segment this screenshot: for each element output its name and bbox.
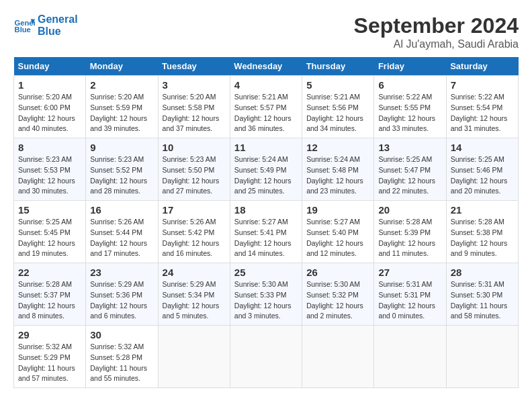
logo-blue: Blue bbox=[38, 26, 61, 37]
calendar-week-row: 15 Sunrise: 5:25 AM Sunset: 5:45 PM Dayl… bbox=[14, 201, 519, 263]
logo-icon: General Blue bbox=[13, 15, 35, 36]
day-number: 3 bbox=[163, 79, 226, 91]
svg-text:Blue: Blue bbox=[15, 26, 31, 34]
sunset-label: Sunset: 5:45 PM bbox=[18, 228, 71, 236]
sunrise-label: Sunrise: 5:29 AM bbox=[90, 280, 144, 288]
calendar-cell: 5 Sunrise: 5:21 AM Sunset: 5:56 PM Dayli… bbox=[302, 76, 374, 138]
day-number: 26 bbox=[306, 267, 369, 278]
calendar-cell: 6 Sunrise: 5:22 AM Sunset: 5:55 PM Dayli… bbox=[374, 76, 446, 138]
sunrise-label: Sunrise: 5:27 AM bbox=[234, 218, 288, 226]
day-number: 18 bbox=[234, 204, 298, 216]
daylight-label: Daylight: 12 hours and 9 minutes. bbox=[451, 239, 508, 258]
day-info: Sunrise: 5:20 AM Sunset: 6:00 PM Dayligh… bbox=[18, 92, 81, 134]
calendar-cell: 23 Sunrise: 5:29 AM Sunset: 5:36 PM Dayl… bbox=[86, 263, 158, 326]
calendar-cell: 14 Sunrise: 5:25 AM Sunset: 5:46 PM Dayl… bbox=[446, 138, 518, 201]
sunset-label: Sunset: 5:46 PM bbox=[451, 166, 503, 174]
page-header: General Blue General Blue September 2024… bbox=[13, 13, 519, 50]
sunset-label: Sunset: 5:53 PM bbox=[18, 166, 71, 174]
calendar-cell: 2 Sunrise: 5:20 AM Sunset: 5:59 PM Dayli… bbox=[86, 76, 158, 138]
calendar-cell: 18 Sunrise: 5:27 AM Sunset: 5:41 PM Dayl… bbox=[230, 201, 302, 263]
day-number: 22 bbox=[18, 267, 81, 278]
calendar-cell: 26 Sunrise: 5:30 AM Sunset: 5:32 PM Dayl… bbox=[302, 263, 374, 326]
daylight-label: Daylight: 12 hours and 2 minutes. bbox=[306, 302, 363, 320]
day-info: Sunrise: 5:32 AM Sunset: 5:29 PM Dayligh… bbox=[18, 342, 81, 384]
daylight-label: Daylight: 12 hours and 0 minutes. bbox=[378, 302, 435, 320]
calendar-cell bbox=[446, 326, 518, 388]
sunrise-label: Sunrise: 5:26 AM bbox=[90, 218, 144, 226]
day-info: Sunrise: 5:29 AM Sunset: 5:34 PM Dayligh… bbox=[163, 279, 226, 322]
sunrise-label: Sunrise: 5:22 AM bbox=[378, 93, 432, 101]
day-info: Sunrise: 5:29 AM Sunset: 5:36 PM Dayligh… bbox=[90, 279, 153, 322]
daylight-label: Daylight: 12 hours and 6 minutes. bbox=[90, 302, 147, 320]
day-number: 27 bbox=[378, 267, 441, 278]
day-info: Sunrise: 5:22 AM Sunset: 5:54 PM Dayligh… bbox=[451, 92, 514, 134]
sunset-label: Sunset: 5:38 PM bbox=[451, 228, 503, 236]
daylight-label: Daylight: 12 hours and 22 minutes. bbox=[378, 177, 435, 195]
calendar-cell: 8 Sunrise: 5:23 AM Sunset: 5:53 PM Dayli… bbox=[14, 138, 86, 201]
day-number: 15 bbox=[18, 204, 81, 216]
calendar-week-row: 8 Sunrise: 5:23 AM Sunset: 5:53 PM Dayli… bbox=[14, 138, 519, 201]
sunset-label: Sunset: 5:58 PM bbox=[163, 103, 215, 111]
daylight-label: Daylight: 11 hours and 55 minutes. bbox=[90, 364, 147, 383]
sunrise-label: Sunrise: 5:24 AM bbox=[234, 155, 288, 163]
day-number: 9 bbox=[90, 142, 153, 153]
calendar-cell: 1 Sunrise: 5:20 AM Sunset: 6:00 PM Dayli… bbox=[14, 76, 86, 138]
day-number: 17 bbox=[163, 204, 226, 216]
calendar-cell bbox=[230, 326, 302, 388]
day-number: 2 bbox=[90, 79, 153, 91]
calendar-cell: 3 Sunrise: 5:20 AM Sunset: 5:58 PM Dayli… bbox=[158, 76, 230, 138]
calendar-cell: 22 Sunrise: 5:28 AM Sunset: 5:37 PM Dayl… bbox=[14, 263, 86, 326]
sunset-label: Sunset: 5:29 PM bbox=[18, 353, 71, 361]
sunrise-label: Sunrise: 5:30 AM bbox=[234, 280, 288, 288]
calendar-cell: 9 Sunrise: 5:23 AM Sunset: 5:52 PM Dayli… bbox=[86, 138, 158, 201]
day-number: 21 bbox=[451, 204, 514, 216]
sunset-label: Sunset: 5:34 PM bbox=[163, 291, 215, 299]
calendar-cell: 12 Sunrise: 5:24 AM Sunset: 5:48 PM Dayl… bbox=[302, 138, 374, 201]
sunset-label: Sunset: 5:44 PM bbox=[90, 228, 142, 236]
sunrise-label: Sunrise: 5:30 AM bbox=[306, 280, 360, 288]
day-info: Sunrise: 5:25 AM Sunset: 5:45 PM Dayligh… bbox=[18, 217, 81, 259]
sunrise-label: Sunrise: 5:32 AM bbox=[18, 342, 72, 351]
daylight-label: Daylight: 12 hours and 12 minutes. bbox=[306, 239, 363, 258]
weekday-header-sunday: Sunday bbox=[14, 57, 86, 76]
sunrise-label: Sunrise: 5:20 AM bbox=[90, 93, 144, 101]
sunrise-label: Sunrise: 5:21 AM bbox=[306, 93, 360, 101]
sunrise-label: Sunrise: 5:24 AM bbox=[306, 155, 360, 163]
day-number: 7 bbox=[451, 79, 514, 91]
day-info: Sunrise: 5:27 AM Sunset: 5:40 PM Dayligh… bbox=[306, 217, 369, 259]
day-number: 4 bbox=[234, 79, 298, 91]
day-number: 13 bbox=[378, 142, 441, 153]
day-info: Sunrise: 5:24 AM Sunset: 5:49 PM Dayligh… bbox=[234, 154, 298, 197]
day-info: Sunrise: 5:21 AM Sunset: 5:56 PM Dayligh… bbox=[306, 92, 369, 134]
sunrise-label: Sunrise: 5:25 AM bbox=[378, 155, 432, 163]
day-info: Sunrise: 5:20 AM Sunset: 5:59 PM Dayligh… bbox=[90, 92, 153, 134]
day-info: Sunrise: 5:30 AM Sunset: 5:32 PM Dayligh… bbox=[306, 279, 369, 322]
day-number: 28 bbox=[451, 267, 514, 278]
sunrise-label: Sunrise: 5:21 AM bbox=[234, 93, 288, 101]
day-info: Sunrise: 5:30 AM Sunset: 5:33 PM Dayligh… bbox=[234, 279, 298, 322]
sunrise-label: Sunrise: 5:23 AM bbox=[90, 155, 144, 163]
sunrise-label: Sunrise: 5:32 AM bbox=[90, 342, 144, 351]
daylight-label: Daylight: 11 hours and 57 minutes. bbox=[18, 364, 75, 383]
day-number: 19 bbox=[306, 204, 369, 216]
sunrise-label: Sunrise: 5:23 AM bbox=[163, 155, 216, 163]
calendar-cell: 11 Sunrise: 5:24 AM Sunset: 5:49 PM Dayl… bbox=[230, 138, 302, 201]
day-info: Sunrise: 5:24 AM Sunset: 5:48 PM Dayligh… bbox=[306, 154, 369, 197]
sunrise-label: Sunrise: 5:23 AM bbox=[18, 155, 72, 163]
day-info: Sunrise: 5:23 AM Sunset: 5:53 PM Dayligh… bbox=[18, 154, 81, 197]
calendar-cell: 25 Sunrise: 5:30 AM Sunset: 5:33 PM Dayl… bbox=[230, 263, 302, 326]
sunrise-label: Sunrise: 5:28 AM bbox=[18, 280, 72, 288]
day-info: Sunrise: 5:28 AM Sunset: 5:39 PM Dayligh… bbox=[378, 217, 441, 259]
daylight-label: Daylight: 12 hours and 33 minutes. bbox=[378, 114, 435, 133]
day-number: 11 bbox=[234, 142, 298, 153]
calendar-cell: 24 Sunrise: 5:29 AM Sunset: 5:34 PM Dayl… bbox=[158, 263, 230, 326]
sunset-label: Sunset: 5:59 PM bbox=[90, 103, 142, 111]
day-number: 14 bbox=[451, 142, 514, 153]
calendar-cell: 4 Sunrise: 5:21 AM Sunset: 5:57 PM Dayli… bbox=[230, 76, 302, 138]
calendar-cell: 19 Sunrise: 5:27 AM Sunset: 5:40 PM Dayl… bbox=[302, 201, 374, 263]
location-title: Al Ju'aymah, Saudi Arabia bbox=[354, 38, 519, 50]
sunset-label: Sunset: 5:39 PM bbox=[378, 228, 431, 236]
day-info: Sunrise: 5:31 AM Sunset: 5:30 PM Dayligh… bbox=[451, 279, 514, 322]
daylight-label: Daylight: 11 hours and 58 minutes. bbox=[451, 302, 508, 320]
sunrise-label: Sunrise: 5:29 AM bbox=[163, 280, 216, 288]
